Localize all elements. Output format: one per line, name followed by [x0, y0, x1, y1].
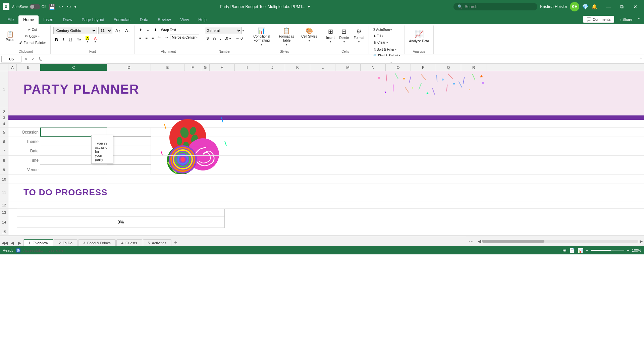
- zoom-bar[interactable]: [591, 250, 624, 251]
- format-painter-button[interactable]: 🖌 Format Painter: [17, 40, 48, 46]
- percent-btn[interactable]: %: [211, 35, 218, 41]
- autosave-toggle[interactable]: [30, 4, 40, 9]
- cell-b13-progress-container[interactable]: [17, 209, 225, 216]
- autosum-btn[interactable]: Σ AutoSum ▾: [372, 27, 393, 33]
- cell-c9-venue-input[interactable]: [40, 165, 107, 174]
- scroll-track[interactable]: [482, 240, 638, 243]
- number-format-select[interactable]: General: [205, 27, 242, 34]
- tab-nav-next[interactable]: ▶: [16, 240, 23, 246]
- col-header-a[interactable]: A: [8, 64, 17, 71]
- decrease-font-btn[interactable]: A↓: [123, 27, 132, 34]
- undo-btn[interactable]: ↩: [58, 4, 64, 9]
- cell-a9[interactable]: [8, 165, 17, 174]
- col-header-b[interactable]: B: [17, 64, 40, 71]
- formula-expand-icon[interactable]: ⌃: [639, 57, 643, 61]
- tab-nav-prev[interactable]: ◀: [9, 240, 15, 246]
- cell-b5-occasion-label[interactable]: Occasion: [17, 128, 40, 137]
- col-header-o[interactable]: O: [386, 64, 411, 71]
- tab-file[interactable]: File: [3, 15, 18, 24]
- sheet-tab-food[interactable]: 3. Food & Drinks: [78, 239, 116, 246]
- redo-btn[interactable]: ↪: [66, 4, 72, 9]
- indent-more-btn[interactable]: ⇒: [163, 34, 169, 41]
- insert-function-icon[interactable]: fx: [38, 56, 43, 61]
- cell-b7-date-label[interactable]: Date: [17, 146, 40, 155]
- align-left-btn[interactable]: ≡: [138, 35, 143, 41]
- align-middle-btn[interactable]: ↔: [145, 27, 152, 33]
- sheet-tab-guests[interactable]: 4. Guests: [116, 239, 142, 246]
- col-header-g[interactable]: G: [201, 64, 210, 71]
- cell-b14-progress-value[interactable]: 0%: [17, 216, 225, 228]
- cancel-formula-icon[interactable]: ✕: [23, 57, 29, 61]
- increase-decimal-btn[interactable]: .0→: [223, 35, 233, 41]
- minimize-btn[interactable]: —: [602, 2, 614, 11]
- sort-filter-btn[interactable]: ⇅ Sort & Filter ▾: [372, 47, 398, 52]
- sheet-tab-activities[interactable]: 5. Activities: [143, 239, 171, 246]
- cell-a13[interactable]: [8, 209, 17, 216]
- col-header-q[interactable]: Q: [436, 64, 461, 71]
- italic-btn[interactable]: I: [61, 36, 66, 43]
- cell-a12[interactable]: [8, 201, 478, 208]
- cell-b11-todo-title[interactable]: TO DO PROGRESS: [17, 184, 225, 201]
- cell-e5-onwards[interactable]: [151, 128, 419, 137]
- col-header-j[interactable]: J: [260, 64, 285, 71]
- dollar-btn[interactable]: $: [205, 35, 210, 41]
- col-header-h[interactable]: H: [210, 64, 235, 71]
- cell-a11[interactable]: [8, 184, 17, 201]
- cut-button[interactable]: ✂ Cut: [17, 27, 48, 33]
- col-header-r[interactable]: R: [461, 64, 486, 71]
- cell-a10[interactable]: [8, 175, 478, 184]
- col-header-d[interactable]: D: [107, 64, 151, 71]
- cell-d9[interactable]: [107, 165, 151, 174]
- align-right-btn[interactable]: ≡: [150, 35, 155, 41]
- sheet-tab-overview[interactable]: 1. Overview: [23, 239, 53, 246]
- indent-less-btn[interactable]: ⇐: [156, 34, 162, 41]
- fill-btn[interactable]: ⬇ Fill ▾: [372, 33, 385, 39]
- tab-page-layout[interactable]: Page Layout: [77, 15, 109, 24]
- add-sheet-btn[interactable]: +: [172, 239, 179, 246]
- cell-d5[interactable]: [107, 128, 151, 137]
- normal-view-btn[interactable]: ⊞: [562, 248, 567, 253]
- ribbon-expand-icon[interactable]: ⌃: [637, 17, 641, 22]
- scroll-right-btn[interactable]: ▶: [640, 239, 643, 244]
- tab-draw[interactable]: Draw: [58, 15, 77, 24]
- cell-a14[interactable]: [8, 216, 17, 228]
- analyze-data-btn[interactable]: 📈 Analyze Data: [408, 27, 431, 46]
- col-header-e[interactable]: E: [151, 64, 184, 71]
- font-size-select[interactable]: 11: [98, 27, 112, 34]
- clear-btn[interactable]: 🗑 Clear ~: [372, 40, 390, 45]
- font-color-btn[interactable]: A ▾: [92, 35, 98, 44]
- col-header-l[interactable]: L: [310, 64, 335, 71]
- share-button[interactable]: ↑ Share: [615, 16, 636, 23]
- tab-data[interactable]: Data: [135, 15, 153, 24]
- tab-view[interactable]: View: [176, 15, 194, 24]
- close-btn[interactable]: ✕: [629, 2, 641, 11]
- cell-b8-time-label[interactable]: Time: [17, 156, 40, 165]
- format-btn[interactable]: ⚙ Format ▾: [352, 27, 366, 44]
- cell-d8[interactable]: [107, 156, 151, 165]
- tab-review[interactable]: Review: [153, 15, 175, 24]
- cell-c5-occasion-input[interactable]: Type in occasion for your party: [40, 128, 107, 137]
- page-break-view-btn[interactable]: 📊: [578, 248, 583, 253]
- scroll-left-btn[interactable]: ◀: [478, 239, 481, 244]
- tab-home[interactable]: Home: [18, 15, 39, 24]
- sheet-options-icon[interactable]: ⋯: [469, 239, 474, 244]
- font-name-select[interactable]: Century Gothic: [53, 27, 97, 34]
- zoom-in-btn[interactable]: +: [627, 248, 629, 252]
- wrap-text-btn[interactable]: Wrap Text: [159, 27, 178, 33]
- tab-formulas[interactable]: Formulas: [109, 15, 135, 24]
- cell-d6[interactable]: [107, 137, 151, 146]
- bell-icon[interactable]: 🔔: [591, 4, 597, 9]
- bold-btn[interactable]: B: [53, 36, 60, 43]
- col-header-m[interactable]: M: [335, 64, 361, 71]
- col-header-p[interactable]: P: [411, 64, 436, 71]
- format-as-table-btn[interactable]: 📋 Format as Table ▾: [275, 27, 298, 47]
- col-header-i[interactable]: I: [235, 64, 260, 71]
- save-icon[interactable]: 💾: [49, 4, 56, 10]
- copy-button[interactable]: ⧉ Copy ▾: [17, 33, 48, 39]
- cell-a8[interactable]: [8, 156, 17, 165]
- cell-a2[interactable]: [8, 108, 478, 115]
- tab-insert[interactable]: Insert: [39, 15, 58, 24]
- cell-b1[interactable]: PARTY PLANNER: [17, 71, 486, 108]
- insert-btn[interactable]: ⊞ Insert ▾: [325, 27, 336, 44]
- zoom-out-btn[interactable]: −: [586, 248, 588, 252]
